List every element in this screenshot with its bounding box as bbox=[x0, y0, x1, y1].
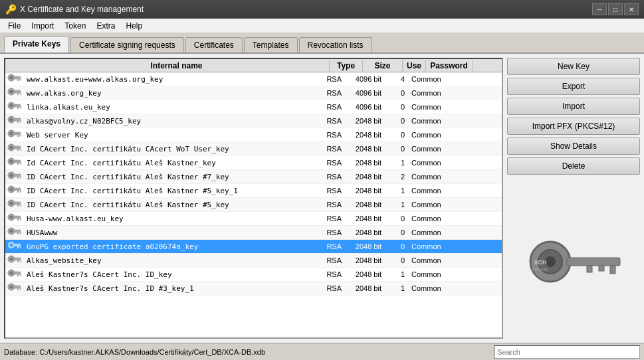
close-button[interactable]: ✕ bbox=[624, 3, 639, 15]
key-row-icon bbox=[5, 254, 24, 267]
right-panel: New Key Export Import Import PFX (PKCS#1… bbox=[507, 58, 640, 339]
row-size: 2048 bit bbox=[344, 172, 384, 181]
table-row[interactable]: ID CAcert Inc. certifikátu Aleš Kastner … bbox=[5, 198, 502, 212]
svg-rect-29 bbox=[20, 149, 21, 151]
menu-item-token[interactable]: Token bbox=[59, 20, 91, 32]
key-row-icon bbox=[5, 226, 24, 239]
svg-rect-7 bbox=[14, 90, 21, 93]
title-bar: 🔑 X Certificate and Key management ─ □ ✕ bbox=[0, 0, 644, 19]
row-size: 2048 bit bbox=[344, 270, 384, 279]
col-use[interactable]: Use bbox=[403, 60, 426, 72]
tab-csr[interactable]: Certificate signing requests bbox=[70, 37, 184, 52]
menu-item-extra[interactable]: Extra bbox=[91, 20, 120, 32]
tab-templates[interactable]: Templates bbox=[244, 37, 298, 52]
svg-rect-37 bbox=[14, 174, 21, 177]
search-input[interactable] bbox=[494, 345, 640, 359]
row-type: RSA bbox=[311, 158, 344, 167]
row-type: RSA bbox=[311, 130, 344, 139]
svg-rect-67 bbox=[14, 258, 21, 260]
tab-private-keys[interactable]: Private Keys bbox=[4, 36, 69, 52]
svg-point-61 bbox=[10, 244, 13, 247]
menu-item-help[interactable]: Help bbox=[120, 20, 148, 32]
key-row-icon bbox=[5, 170, 24, 183]
table-row[interactable]: Id CAcert Inc. certifikátu CAcert WoT Us… bbox=[5, 142, 502, 156]
svg-rect-19 bbox=[20, 121, 21, 123]
table-row[interactable]: ID CAcert Inc. certifikátu Aleš Kastner … bbox=[5, 170, 502, 184]
row-internal-name: linka.alkast.eu_key bbox=[24, 102, 311, 112]
delete-button[interactable]: Delete bbox=[507, 157, 640, 175]
maximize-button[interactable]: □ bbox=[608, 3, 623, 15]
svg-rect-69 bbox=[20, 260, 21, 262]
table-row[interactable]: www.alkas.org_keyRSA4096 bit0Common bbox=[5, 86, 502, 100]
row-type: RSA bbox=[311, 214, 344, 223]
svg-rect-8 bbox=[17, 93, 19, 95]
key-row-icon bbox=[5, 142, 24, 155]
col-password[interactable]: Password bbox=[426, 60, 473, 72]
col-type[interactable]: Type bbox=[330, 60, 363, 72]
svg-rect-27 bbox=[14, 146, 21, 149]
row-password: Common bbox=[407, 228, 454, 237]
row-size: 4096 bit bbox=[344, 74, 384, 84]
table-row[interactable]: Id CAcert Inc. certifikátu Aleš Kastner_… bbox=[5, 156, 502, 170]
row-type: RSA bbox=[311, 186, 344, 195]
row-password: Common bbox=[407, 158, 454, 167]
import-button[interactable]: Import bbox=[507, 98, 640, 115]
table-scroll[interactable]: www.alkast.eu+www.alkas.org_keyRSA4096 b… bbox=[5, 72, 502, 337]
svg-rect-39 bbox=[20, 177, 21, 179]
svg-rect-22 bbox=[14, 132, 21, 135]
row-password: Common bbox=[407, 270, 454, 279]
row-type: RSA bbox=[311, 144, 344, 153]
col-name[interactable]: Internal name bbox=[24, 60, 330, 72]
row-size: 2048 bit bbox=[344, 214, 384, 223]
svg-rect-79 bbox=[20, 288, 21, 290]
svg-rect-49 bbox=[20, 205, 21, 207]
row-type: RSA bbox=[311, 270, 344, 279]
svg-rect-54 bbox=[20, 219, 21, 221]
import-pfx-button[interactable]: Import PFX (PKCS#12) bbox=[507, 118, 640, 135]
new-key-button[interactable]: New Key bbox=[507, 58, 640, 75]
svg-rect-57 bbox=[14, 230, 21, 232]
key-row-icon bbox=[5, 282, 24, 295]
table-row[interactable]: www.alkast.eu+www.alkas.org_keyRSA4096 b… bbox=[5, 72, 502, 86]
tab-revocation[interactable]: Revocation lists bbox=[299, 37, 372, 52]
col-size[interactable]: Size bbox=[363, 60, 403, 72]
key-table: Internal name Type Size Use Password www… bbox=[4, 58, 503, 339]
table-row[interactable]: linka.alkast.eu_keyRSA4096 bit0Common bbox=[5, 100, 502, 114]
svg-rect-58 bbox=[17, 232, 19, 234]
menu-item-file[interactable]: File bbox=[3, 20, 26, 32]
svg-point-56 bbox=[10, 230, 13, 233]
tab-certificates[interactable]: Certificates bbox=[185, 37, 243, 52]
show-details-button[interactable]: Show Details bbox=[507, 137, 640, 155]
svg-rect-23 bbox=[17, 135, 19, 137]
menu-item-import[interactable]: Import bbox=[26, 20, 59, 32]
key-row-icon bbox=[5, 240, 24, 253]
row-size: 2048 bit bbox=[344, 284, 384, 293]
table-row[interactable]: alkas@volny.cz_N02BFC5_keyRSA2048 bit0Co… bbox=[5, 114, 502, 128]
table-row[interactable]: Aleš Kastner?s CAcert Inc. ID_keyRSA2048… bbox=[5, 268, 502, 282]
svg-rect-77 bbox=[14, 286, 21, 288]
key-svg: XCH PRIVATE bbox=[520, 228, 627, 295]
svg-point-6 bbox=[10, 90, 13, 94]
row-size: 2048 bit bbox=[344, 200, 384, 209]
row-internal-name: Aleš Kastner?s CAcert Inc. ID_key bbox=[24, 270, 311, 280]
table-row[interactable]: ID CAcert Inc. certifikátu Aleš Kastner … bbox=[5, 184, 502, 198]
table-row[interactable]: Alkas_website_keyRSA2048 bit0Common bbox=[5, 254, 502, 268]
table-row[interactable]: Aleš Kastner?s CAcert Inc. ID #3_key_1RS… bbox=[5, 282, 502, 296]
export-button[interactable]: Export bbox=[507, 78, 640, 95]
row-internal-name: Web server Key bbox=[24, 130, 311, 140]
row-internal-name: ID CAcert Inc. certifikátu Aleš Kastner … bbox=[24, 186, 311, 196]
row-internal-name: alkas@volny.cz_N02BFC5_key bbox=[24, 116, 311, 126]
table-row[interactable]: GnuPG exported certificate a020674a_keyR… bbox=[5, 240, 502, 254]
table-row[interactable]: Husa-www.alkast.eu_keyRSA2048 bit0Common bbox=[5, 212, 502, 226]
row-use: 0 bbox=[384, 214, 407, 223]
row-size: 2048 bit bbox=[344, 130, 384, 139]
table-row[interactable]: Web server KeyRSA2048 bit0Common bbox=[5, 128, 502, 142]
row-password: Common bbox=[407, 284, 454, 293]
row-password: Common bbox=[407, 186, 454, 195]
row-use: 0 bbox=[384, 242, 407, 251]
svg-rect-44 bbox=[20, 191, 21, 193]
minimize-button[interactable]: ─ bbox=[592, 3, 607, 15]
row-size: 4096 bit bbox=[344, 88, 384, 98]
table-row[interactable]: HUSAwwwRSA2048 bit0Common bbox=[5, 226, 502, 240]
svg-rect-17 bbox=[14, 118, 21, 121]
